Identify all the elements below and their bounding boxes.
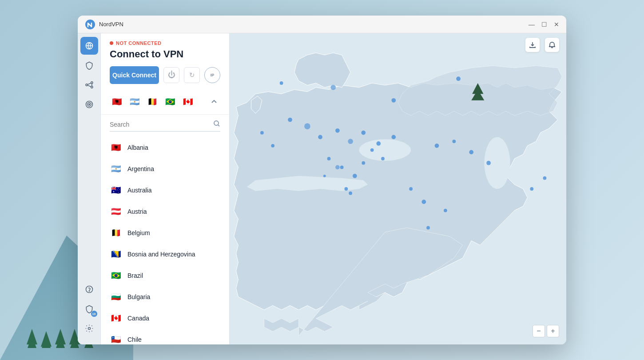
svg-point-29 (361, 131, 366, 135)
action-row: Quick Connect ⏻ ↻ IP (110, 66, 220, 84)
bell-icon (549, 41, 556, 48)
country-brazil[interactable]: 🇧🇷 Brazil (101, 265, 229, 286)
country-chile[interactable]: 🇨🇱 Chile (101, 329, 229, 344)
svg-line-15 (218, 125, 220, 127)
country-austria[interactable]: 🇦🇹 Austria (101, 201, 229, 222)
svg-point-42 (409, 187, 413, 191)
globe-icon (85, 41, 94, 50)
country-australia[interactable]: 🇦🇺 Australia (101, 180, 229, 201)
svg-point-31 (391, 135, 396, 140)
sidebar-bottom: 10 (80, 280, 98, 341)
connection-status: NOT CONNECTED (110, 40, 220, 46)
app-title: NordVPN (99, 21, 529, 28)
country-belgium[interactable]: 🇧🇪 Belgium (101, 222, 229, 244)
app-logo (85, 19, 95, 30)
ip-button[interactable]: IP (204, 67, 220, 83)
power-button[interactable]: ⏻ (163, 67, 179, 83)
titlebar: NordVPN — ☐ ✕ (78, 16, 566, 33)
flag-bosnia: 🇧🇦 (110, 248, 122, 260)
sidebar-item-shield-badge[interactable]: 10 (80, 300, 98, 318)
flag-brazil: 🇧🇷 (110, 269, 122, 282)
svg-point-39 (452, 140, 456, 143)
svg-point-26 (318, 135, 322, 140)
svg-point-53 (543, 176, 547, 180)
refresh-button[interactable]: ↻ (184, 67, 200, 83)
svg-point-52 (530, 187, 533, 191)
search-container (101, 115, 229, 135)
sidebar-item-vpn[interactable] (80, 37, 98, 55)
svg-point-33 (381, 157, 385, 160)
recent-flag-canada[interactable]: 🇨🇦 (181, 95, 195, 109)
badge-count: 10 (91, 311, 97, 317)
country-name-australia: Australia (127, 187, 151, 194)
svg-point-20 (330, 85, 336, 90)
help-icon (85, 285, 94, 294)
connect-title: Connect to VPN (110, 48, 220, 60)
svg-line-6 (87, 85, 91, 87)
country-list: 🇦🇱 Albania 🇦🇷 Argentina 🇦🇺 Australia 🇦🇹 … (101, 135, 229, 344)
map-topbar (518, 33, 566, 56)
country-name-albania: Albania (127, 144, 148, 151)
svg-point-24 (288, 118, 292, 122)
search-input[interactable] (110, 121, 213, 128)
sidebar-item-threat[interactable] (80, 96, 98, 113)
status-dot (110, 41, 113, 45)
country-bulgaria[interactable]: 🇧🇬 Bulgaria (101, 286, 229, 308)
collapse-button[interactable] (208, 96, 220, 108)
svg-point-44 (444, 209, 447, 212)
notification-button[interactable] (545, 38, 559, 52)
svg-point-0 (85, 20, 95, 29)
world-map (230, 33, 566, 344)
svg-point-47 (335, 165, 340, 170)
svg-point-35 (340, 166, 344, 169)
main-panel: NOT CONNECTED Connect to VPN Quick Conne… (101, 33, 230, 344)
zoom-out-button[interactable]: − (533, 325, 545, 337)
search-icon (213, 120, 220, 128)
svg-point-21 (391, 98, 396, 103)
country-albania[interactable]: 🇦🇱 Albania (101, 137, 229, 158)
country-bosnia[interactable]: 🇧🇦 Bosnia and Herzegovina (101, 244, 229, 265)
sidebar-item-mesh[interactable] (80, 76, 98, 94)
maximize-button[interactable]: ☐ (541, 22, 547, 27)
svg-point-22 (456, 76, 461, 81)
svg-point-34 (362, 161, 365, 165)
zoom-in-button[interactable]: + (547, 325, 559, 337)
svg-point-50 (260, 131, 264, 135)
flag-australia: 🇦🇺 (110, 184, 122, 196)
svg-point-48 (323, 175, 326, 177)
svg-point-12 (89, 291, 89, 291)
app-body: 10 NOT CONNECTED Connect to V (78, 33, 566, 344)
sidebar-item-help[interactable] (80, 280, 98, 298)
recent-flag-belgium[interactable]: 🇧🇪 (145, 95, 159, 109)
svg-point-41 (486, 161, 491, 165)
svg-point-25 (304, 123, 310, 129)
recent-flag-argentina[interactable]: 🇦🇷 (127, 95, 142, 109)
country-argentina[interactable]: 🇦🇷 Argentina (101, 158, 229, 180)
flag-belgium: 🇧🇪 (110, 227, 122, 239)
svg-point-32 (370, 148, 374, 152)
sidebar-top (80, 37, 98, 280)
recent-flag-brazil[interactable]: 🇧🇷 (163, 95, 177, 109)
svg-line-5 (87, 83, 91, 84)
svg-point-46 (327, 157, 331, 160)
svg-point-30 (376, 141, 381, 146)
country-canada[interactable]: 🇨🇦 Canada (101, 308, 229, 329)
svg-point-28 (348, 139, 353, 144)
app-window: NordVPN — ☐ ✕ (78, 16, 566, 344)
quick-connect-button[interactable]: Quick Connect (110, 66, 159, 84)
sidebar-item-settings[interactable] (80, 320, 98, 337)
flag-chile: 🇨🇱 (110, 333, 122, 344)
sidebar: 10 (78, 33, 101, 344)
svg-point-36 (353, 174, 357, 178)
svg-point-38 (435, 144, 439, 148)
map-zoom-controls: − + (533, 325, 559, 337)
svg-point-40 (469, 150, 473, 155)
recent-flag-albania[interactable]: 🇦🇱 (110, 95, 124, 109)
close-button[interactable]: ✕ (554, 22, 559, 27)
flag-canada: 🇨🇦 (110, 312, 122, 324)
svg-point-51 (271, 144, 274, 148)
download-button[interactable] (525, 38, 540, 52)
minimize-button[interactable]: — (529, 22, 534, 27)
sidebar-item-shield[interactable] (80, 56, 98, 74)
flag-argentina: 🇦🇷 (110, 163, 122, 175)
